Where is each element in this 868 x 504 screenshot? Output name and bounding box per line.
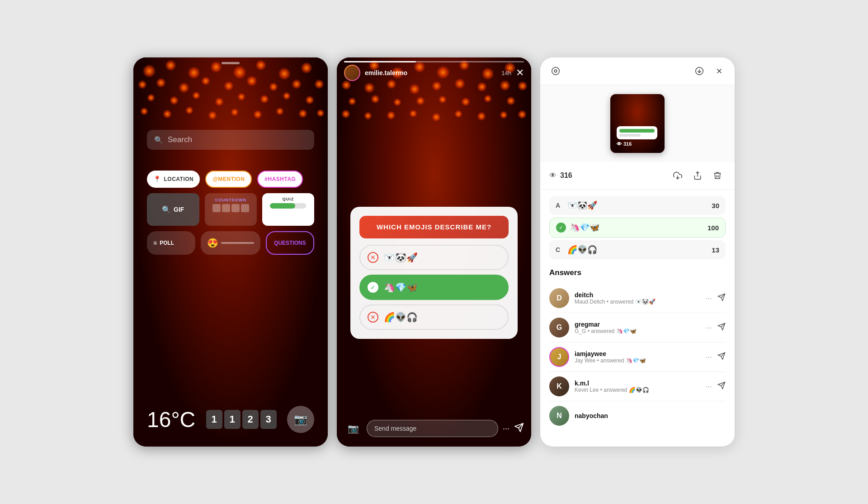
- quiz-option-3-icon: ✕: [368, 312, 378, 323]
- camera-icon-story: 📷: [348, 423, 359, 434]
- camera-icon: 📷: [294, 413, 307, 426]
- story-avatar: [344, 65, 360, 81]
- temperature-display: 16°C: [147, 407, 195, 432]
- option-c-count: 13: [712, 246, 719, 254]
- username-gregmar: gregmar: [575, 321, 700, 328]
- search-placeholder: Search: [168, 135, 192, 144]
- answer-row-nabyochan: N nabyochan: [549, 401, 726, 430]
- poll-icon: ≡: [153, 239, 157, 247]
- send-button-iamjaywee[interactable]: [717, 352, 726, 362]
- option-a-count: 30: [712, 202, 719, 209]
- quiz-option-2[interactable]: ✓ 🦄💎🦋: [359, 275, 509, 300]
- story-send-button[interactable]: [514, 423, 524, 435]
- sticker-questions-btn[interactable]: QUESTIONS: [266, 231, 314, 255]
- send-icon-deitch: [717, 293, 726, 301]
- answer-info-iamjaywee: iamjaywee Jay Wee • answered 🦄💎🦋: [575, 350, 700, 364]
- send-icon-iamjaywee: [717, 352, 726, 360]
- download-circle-svg: [694, 66, 704, 76]
- send-button-gregmar[interactable]: [717, 323, 726, 333]
- sticker-emoji-slider-btn[interactable]: 😍: [201, 231, 260, 255]
- sticker-poll-btn[interactable]: ≡ POLL: [147, 231, 195, 255]
- quiz-option-2-emoji: 🦄💎🦋: [384, 282, 500, 293]
- story-thumbnail: 👁 316: [610, 94, 665, 153]
- detail-deitch: Maud Deitch • answered 🐻‍❄️🐼🚀: [575, 299, 700, 305]
- svg-point-3: [554, 70, 557, 72]
- quiz-question-header: WHICH EMOJIS DESCRIBE ME?: [359, 216, 509, 238]
- share-button[interactable]: [689, 167, 706, 184]
- sticker-location-btn[interactable]: 📍 LOCATION: [147, 171, 200, 188]
- option-b-count: 100: [708, 224, 719, 232]
- download-icon: [673, 171, 682, 180]
- more-button-iamjaywee[interactable]: ···: [705, 352, 712, 362]
- answer-info-kml: k.m.l Kevin Lee • answered 🌈👽🎧: [575, 380, 700, 393]
- detail-iamjaywee: Jay Wee • answered 🦄💎🦋: [575, 357, 700, 364]
- send-button-kml[interactable]: [717, 381, 726, 392]
- quiz-option-3-emoji: 🌈👽🎧: [384, 312, 500, 323]
- panel-story-view: emilie.talermo 14h ✕ WHICH EMOJIS DESCRI…: [337, 57, 531, 447]
- option-a-emojis: 🐻‍❄️🐼🚀: [565, 200, 712, 210]
- drag-handle[interactable]: [222, 62, 240, 64]
- avatar-iamjaywee: J: [549, 347, 569, 367]
- story-bottom-bar: 📷 Send message ···: [344, 419, 524, 437]
- close-icon[interactable]: [713, 65, 726, 77]
- sticker-gif-btn[interactable]: 🔍 GIF: [147, 193, 199, 226]
- option-a-letter: A: [556, 202, 565, 209]
- avatar-kml: K: [549, 376, 569, 396]
- detail-kml: Kevin Lee • answered 🌈👽🎧: [575, 387, 700, 393]
- countdown-timer-display: 1 1 2 3: [206, 410, 277, 429]
- download-circle-icon[interactable]: [693, 65, 706, 77]
- avatar-nabyochan: N: [549, 406, 569, 426]
- send-button-deitch[interactable]: [717, 293, 726, 304]
- thumbnail-views: 👁 316: [617, 141, 658, 147]
- story-camera-button[interactable]: 📷: [344, 419, 362, 437]
- search-icon: 🔍: [154, 136, 163, 144]
- views-count: 316: [560, 171, 666, 180]
- story-progress-fill: [344, 61, 416, 62]
- option-c-emojis: 🌈👽🎧: [565, 245, 712, 255]
- sticker-quiz-btn[interactable]: QUIZ: [262, 193, 314, 226]
- answer-info-gregmar: gregmar G_G • answered 🦄💎🦋: [575, 321, 700, 334]
- option-b-check: ✓: [556, 223, 566, 233]
- more-button-kml[interactable]: ···: [705, 382, 712, 391]
- delete-button[interactable]: [709, 167, 726, 184]
- detail-gregmar: G_G • answered 🦄💎🦋: [575, 328, 700, 334]
- send-icon-gregmar: [717, 323, 726, 331]
- option-c-letter: C: [556, 246, 565, 253]
- countdown-digit-2: 1: [224, 410, 241, 429]
- story-username: emilie.talermo: [365, 69, 497, 76]
- panel3-thumbnail-area: 👁 316: [540, 85, 735, 162]
- option-row-a: A 🐻‍❄️🐼🚀 30: [549, 196, 726, 215]
- sticker-countdown-btn[interactable]: COUNTDOWN: [205, 193, 257, 226]
- more-button-deitch[interactable]: ···: [705, 294, 712, 303]
- answer-row-kml: K k.m.l Kevin Lee • answered 🌈👽🎧 ···: [549, 372, 726, 401]
- story-progress-bar: [344, 61, 524, 62]
- quiz-option-3[interactable]: ✕ 🌈👽🎧: [359, 304, 509, 330]
- answer-row-gregmar: G gregmar G_G • answered 🦄💎🦋 ···: [549, 313, 726, 342]
- panel3-header-actions: [693, 65, 726, 77]
- story-more-button[interactable]: ···: [503, 424, 509, 433]
- story-close-button[interactable]: ✕: [516, 68, 524, 78]
- more-button-gregmar[interactable]: ···: [705, 323, 712, 333]
- camera-button[interactable]: 📷: [287, 406, 314, 433]
- quiz-card: WHICH EMOJIS DESCRIBE ME? ✕ 🐻‍❄️🐼🚀 ✓ 🦄💎🦋…: [350, 207, 518, 339]
- sticker-hashtag-btn[interactable]: #HASHTAG: [257, 171, 303, 188]
- story-header: emilie.talermo 14h ✕: [344, 65, 524, 81]
- location-icon: 📍: [153, 176, 161, 183]
- story-message-input[interactable]: Send message: [367, 420, 498, 437]
- countdown-digit-4: 3: [260, 410, 277, 429]
- thumbnail-inner-card: [617, 126, 657, 139]
- avatar-gregmar: G: [549, 318, 569, 338]
- quiz-option-1[interactable]: ✕ 🐻‍❄️🐼🚀: [359, 245, 509, 270]
- share-icon: [693, 171, 702, 180]
- slider-emoji: 😍: [207, 238, 218, 248]
- download-button[interactable]: [670, 167, 686, 184]
- settings-icon[interactable]: [549, 65, 562, 77]
- username-deitch: deitch: [575, 291, 700, 299]
- sticker-mention-btn[interactable]: @MENTION: [205, 171, 252, 188]
- countdown-blocks: [212, 204, 249, 212]
- svg-point-2: [552, 67, 560, 75]
- search-bar[interactable]: 🔍 Search: [147, 130, 314, 150]
- panel3-options: A 🐻‍❄️🐼🚀 30 ✓ 🦄💎🦋 100 C 🌈👽🎧 13: [540, 190, 735, 268]
- username-nabyochan: nabyochan: [575, 412, 726, 419]
- send-icon: [514, 423, 524, 433]
